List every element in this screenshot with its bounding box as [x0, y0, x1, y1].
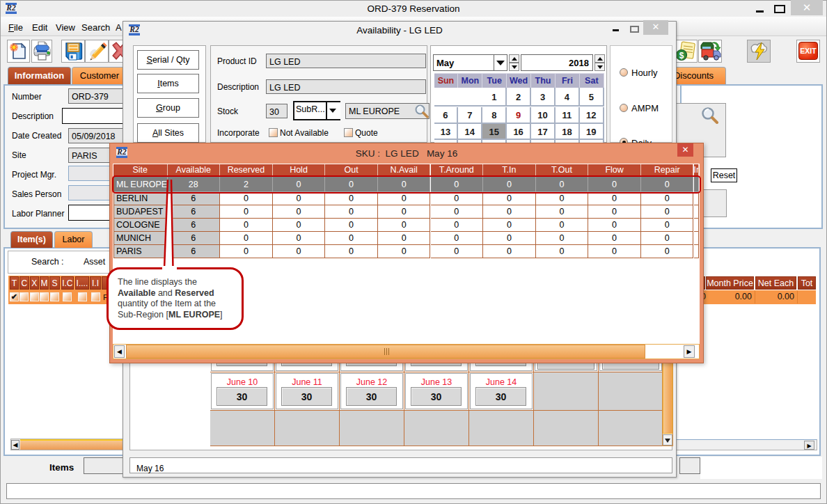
- svg-text:$: $: [679, 51, 684, 61]
